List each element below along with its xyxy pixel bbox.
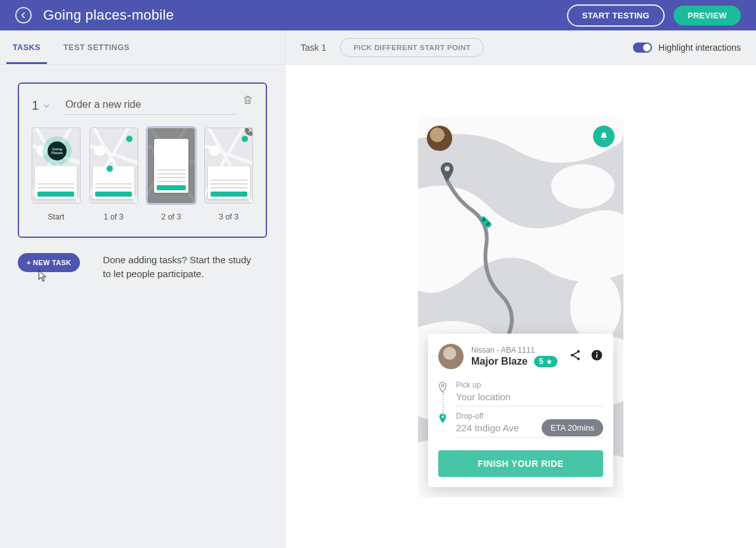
- thumb-caption: Start: [48, 212, 64, 221]
- driver-rating: 5: [534, 356, 557, 367]
- task-title-input[interactable]: [64, 96, 237, 115]
- share-button[interactable]: [569, 349, 582, 364]
- highlight-toggle[interactable]: [633, 42, 652, 53]
- pickup-label: Pick up: [456, 381, 603, 389]
- preview-area: Nissan - ABA 1111 Major Blaze 5: [285, 65, 756, 548]
- pick-start-point-button[interactable]: PICK DIFFERENT START POINT: [340, 38, 484, 57]
- new-task-button[interactable]: + NEW TASK: [18, 253, 80, 272]
- sidebar: 1 Going Places: [0, 65, 285, 548]
- driver-name: Major Blaze: [471, 356, 528, 367]
- start-testing-button[interactable]: START TESTING: [567, 4, 665, 27]
- app-badge: Going Places: [48, 141, 67, 160]
- delete-task-button[interactable]: [242, 95, 253, 105]
- finish-ride-button[interactable]: FINISH YOUR RIDE: [438, 450, 603, 477]
- svg-point-12: [596, 352, 597, 353]
- arrow-left-icon: [20, 11, 27, 19]
- task-number-label: Task 1: [301, 42, 326, 53]
- thumb-caption: 2 of 3: [161, 212, 181, 221]
- car-marker: [479, 213, 493, 233]
- svg-rect-4: [479, 216, 493, 229]
- cursor-icon: [37, 270, 48, 282]
- thumb-caption: 1 of 3: [103, 212, 123, 221]
- close-icon: [247, 127, 253, 133]
- eta-pill: ETA 20mins: [542, 419, 603, 436]
- task-number-dropdown[interactable]: 1: [32, 98, 50, 113]
- thumb-caption: 3 of 3: [219, 212, 238, 221]
- sub-bar: TASKS TEST SETTINGS Task 1 PICK DIFFEREN…: [0, 30, 756, 65]
- chevron-down-icon: [42, 102, 50, 110]
- origin-pin: [440, 162, 455, 184]
- hint-text: Done adding tasks? Start the study to le…: [103, 253, 261, 281]
- tab-tasks[interactable]: TASKS: [13, 32, 41, 63]
- page-title: Going places-mobile: [43, 7, 174, 23]
- svg-rect-11: [596, 354, 597, 358]
- info-icon: [590, 349, 603, 362]
- top-bar: Going places-mobile START TESTING PREVIE…: [0, 0, 756, 30]
- screen-thumb-3[interactable]: [204, 127, 253, 204]
- ride-card: Nissan - ABA 1111 Major Blaze 5: [428, 334, 613, 487]
- profile-avatar[interactable]: [427, 126, 452, 151]
- highlight-toggle-label: Highlight interactions: [658, 42, 741, 53]
- trash-icon: [242, 95, 253, 105]
- task-card: 1 Going Places: [18, 82, 267, 238]
- share-icon: [569, 349, 582, 362]
- pin-icon: [440, 162, 455, 181]
- svg-point-8: [577, 350, 580, 353]
- screen-thumb-1[interactable]: [89, 127, 138, 204]
- info-button[interactable]: [590, 349, 603, 364]
- driver-avatar: [438, 344, 464, 369]
- star-icon: [546, 358, 552, 365]
- tab-test-settings[interactable]: TEST SETTINGS: [63, 32, 129, 63]
- highlight-toggle-wrap: Highlight interactions: [633, 42, 741, 53]
- screen-thumb-2[interactable]: [147, 127, 196, 204]
- pickup-value: Your location: [456, 389, 603, 407]
- screen-thumb-start[interactable]: Going Places: [32, 127, 81, 204]
- device-frame: Nissan - ABA 1111 Major Blaze 5: [418, 117, 623, 497]
- preview-button[interactable]: PREVIEW: [674, 6, 741, 25]
- notifications-button[interactable]: [593, 126, 615, 147]
- svg-point-9: [577, 358, 580, 360]
- task-screens: Going Places Start: [32, 127, 253, 221]
- car-info: Nissan - ABA 1111: [471, 346, 561, 355]
- svg-point-1: [551, 164, 615, 209]
- task-number: 1: [32, 98, 39, 113]
- car-icon: [479, 213, 493, 231]
- svg-point-3: [570, 272, 621, 342]
- bell-icon: [599, 131, 609, 141]
- back-button[interactable]: [15, 7, 32, 23]
